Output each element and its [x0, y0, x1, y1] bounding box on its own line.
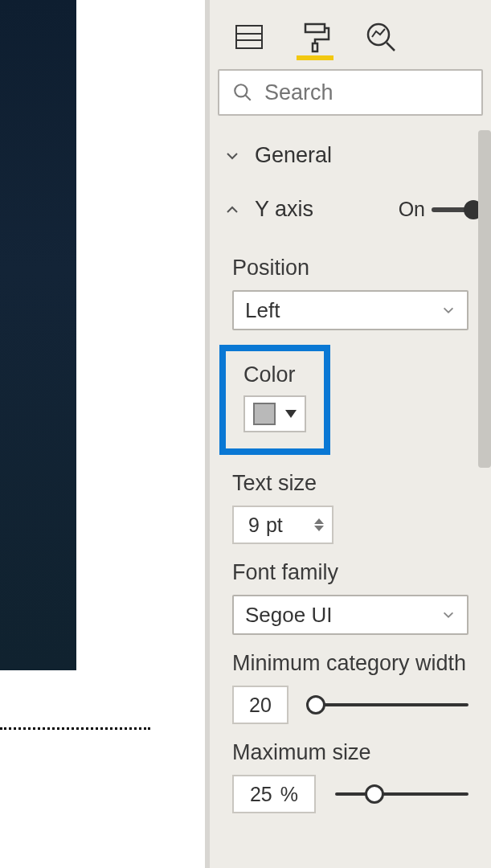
search-box[interactable]: [218, 69, 483, 116]
svg-point-6: [368, 24, 389, 45]
visual-preview[interactable]: [0, 0, 76, 670]
chevron-up-icon: [224, 202, 240, 218]
color-label: Color: [243, 362, 306, 387]
chevron-down-icon: [441, 608, 456, 622]
slider-thumb[interactable]: [365, 784, 384, 804]
max-size-unit: %: [280, 783, 298, 806]
color-highlight-box: Color: [219, 345, 330, 455]
search-icon: [232, 82, 253, 103]
min-cat-width-input[interactable]: 20: [232, 686, 288, 724]
color-picker[interactable]: [243, 395, 306, 432]
pane-scrollbar[interactable]: [478, 130, 491, 468]
toggle-track: [432, 207, 477, 212]
text-size-label: Text size: [232, 471, 468, 496]
svg-line-9: [245, 95, 251, 100]
analytics-tab[interactable]: [364, 20, 398, 54]
font-family-value: Segoe UI: [245, 603, 332, 628]
max-size-label: Maximum size: [232, 740, 468, 765]
analytics-icon: [365, 21, 397, 53]
pane-tabs: [210, 0, 491, 63]
slider-thumb[interactable]: [306, 695, 325, 714]
section-general-title: General: [255, 143, 332, 168]
fields-tab[interactable]: [232, 20, 266, 54]
chevron-down-icon: [224, 148, 240, 164]
stepper-down-icon[interactable]: [314, 526, 324, 531]
text-size-input[interactable]: 9 pt: [232, 506, 333, 544]
svg-rect-5: [313, 43, 317, 51]
position-label: Position: [232, 256, 468, 280]
max-size-slider[interactable]: [335, 792, 468, 796]
report-canvas[interactable]: [0, 0, 205, 868]
toggle-label: On: [399, 198, 425, 221]
svg-rect-0: [236, 26, 262, 48]
section-yaxis-title: Y axis: [255, 197, 313, 222]
svg-rect-4: [305, 24, 325, 32]
format-pane: General Y axis On Position Left: [210, 0, 491, 868]
position-select[interactable]: Left: [232, 290, 468, 330]
chevron-down-icon: [441, 303, 456, 317]
svg-point-8: [235, 84, 247, 96]
color-swatch: [253, 403, 276, 425]
section-general-header[interactable]: General: [210, 129, 491, 182]
font-family-select[interactable]: Segoe UI: [232, 595, 468, 635]
min-cat-width-slider[interactable]: [308, 703, 468, 706]
search-input[interactable]: [264, 80, 468, 105]
fields-icon: [233, 21, 265, 53]
section-yaxis-header[interactable]: Y axis On: [210, 182, 491, 236]
max-size-input[interactable]: 25 %: [232, 775, 316, 813]
text-size-value: 9: [248, 514, 260, 537]
paint-roller-icon: [299, 21, 331, 53]
font-family-label: Font family: [232, 560, 468, 585]
stepper-up-icon[interactable]: [314, 518, 324, 524]
max-size-value: 25: [250, 783, 272, 806]
visual-selection-border: [0, 727, 150, 730]
text-size-unit: pt: [266, 514, 283, 537]
caret-down-icon: [285, 410, 297, 418]
min-cat-width-value: 20: [249, 694, 272, 717]
position-value: Left: [245, 298, 280, 323]
active-tab-indicator: [297, 55, 333, 60]
format-tab[interactable]: [298, 20, 332, 54]
svg-line-7: [387, 43, 395, 51]
min-cat-width-label: Minimum category width: [232, 651, 468, 676]
yaxis-toggle[interactable]: On: [399, 198, 477, 221]
svg-rect-1: [236, 26, 262, 48]
yaxis-section-body: Position Left Color Text size 9: [210, 236, 491, 829]
